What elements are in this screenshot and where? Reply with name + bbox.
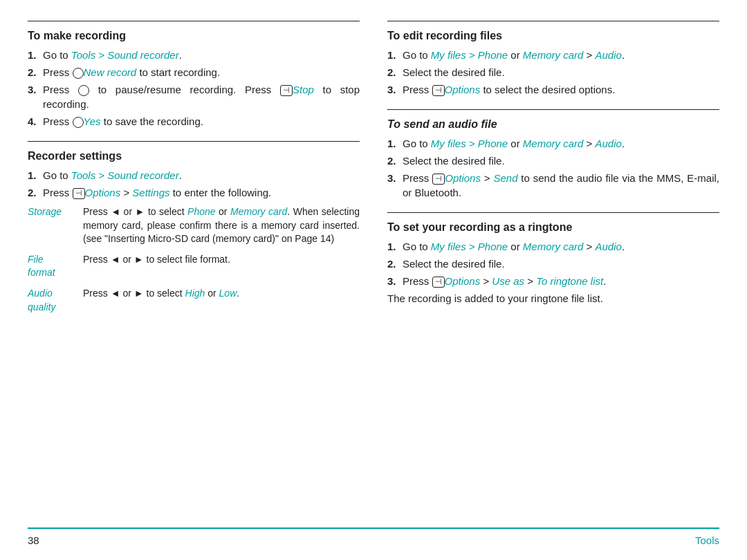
step-content: Go to Tools > Sound recorder. [43, 48, 360, 62]
section-send-audio: To send an audio file 1. Go to My files … [387, 109, 719, 212]
section-title-ringtone: To set your recording as a ringtone [387, 221, 719, 234]
circle-key-icon [73, 68, 84, 79]
link-send: Send [493, 172, 517, 184]
link-phone: Phone [187, 206, 215, 217]
link-stop: Stop [293, 84, 314, 95]
step-content: Go to My files > Phone or Memory card > … [403, 239, 719, 254]
right-column: To edit recording files 1. Go to My file… [387, 21, 719, 525]
link-settings: Settings [132, 187, 169, 198]
steps-ringtone: 1. Go to My files > Phone or Memory card… [387, 239, 719, 288]
step-num: 1. [387, 239, 400, 254]
step-content: Select the desired file. [403, 65, 719, 80]
link-tools-sound2: Tools > Sound recorder [71, 169, 179, 181]
link-audio3: Audio [596, 241, 622, 252]
link-options4: Options [445, 275, 481, 287]
link-use-as: Use as [492, 275, 524, 287]
step-4: 4. Press Yes to save the recording. [28, 114, 360, 129]
step-num: 2. [387, 153, 400, 168]
link-memory-card: Memory card [230, 206, 287, 217]
circle-key-icon [78, 85, 89, 96]
step-num: 3. [387, 171, 400, 200]
step-2: 2. Select the desired file. [387, 256, 719, 271]
step-content: Press ⊣Options > Settings to enter the f… [43, 185, 360, 200]
step-3: 3. Press ⊣Options > Use as > To ringtone… [387, 274, 719, 288]
step-1: 1. Go to My files > Phone or Memory card… [387, 239, 719, 254]
settings-row-audio-quality: Audioquality Press ◄ or ► to select High… [28, 287, 360, 314]
step-1: 1. Go to Tools > Sound recorder. [28, 168, 360, 183]
link-audio: Audio [596, 49, 622, 61]
settings-label-audio-quality: Audioquality [28, 287, 75, 314]
link-yes: Yes [84, 115, 101, 127]
steps-make-recording: 1. Go to Tools > Sound recorder. 2. Pres… [28, 48, 360, 129]
settings-label-file-format: Fileformat [28, 253, 75, 280]
section-title-make-recording: To make recording [28, 30, 360, 42]
settings-desc-storage: Press ◄ or ► to select Phone or Memory c… [83, 205, 360, 246]
step-content: Select the desired file. [403, 256, 719, 271]
softkey-icon: ⊣ [73, 188, 85, 199]
softkey-icon: ⊣ [432, 85, 445, 96]
settings-label-storage: Storage [28, 205, 75, 246]
link-memory-card-send: Memory card [523, 138, 584, 149]
link-myfiles-phone2: My files > Phone [431, 138, 508, 149]
step-content: Press ⊣Options to select the desired opt… [403, 82, 719, 97]
step-content: Go to Tools > Sound recorder. [43, 168, 360, 183]
step-num: 2. [387, 65, 400, 80]
content-area: To make recording 1. Go to Tools > Sound… [28, 21, 719, 525]
step-content: Press New record to start recording. [43, 65, 360, 80]
ringtone-footer-note: The recording is added to your ringtone … [387, 292, 719, 304]
step-num: 2. [28, 65, 40, 80]
section-ringtone: To set your recording as a ringtone 1. G… [387, 212, 719, 314]
step-content: Go to My files > Phone or Memory card > … [403, 136, 719, 151]
link-ringtone-list: To ringtone list [536, 275, 603, 287]
step-3: 3. Press ⊣Options > Send to send the aud… [387, 171, 719, 200]
softkey-icon: ⊣ [432, 174, 445, 185]
step-num: 2. [28, 185, 40, 200]
steps-recorder-settings: 1. Go to Tools > Sound recorder. 2. Pres… [28, 168, 360, 200]
step-content: Go to My files > Phone or Memory card > … [403, 48, 719, 62]
link-memory-card-edit: Memory card [523, 49, 584, 61]
settings-desc-audio-quality: Press ◄ or ► to select High or Low. [83, 287, 360, 314]
link-new-record: New record [84, 66, 137, 78]
step-2: 2. Press ⊣Options > Settings to enter th… [28, 185, 360, 200]
link-options3: Options [445, 172, 481, 184]
settings-row-storage: Storage Press ◄ or ► to select Phone or … [28, 205, 360, 246]
step-2: 2. Select the desired file. [387, 65, 719, 80]
step-content: Press ⊣Options > Send to send the audio … [403, 171, 719, 200]
step-content: Press Yes to save the recording. [43, 114, 360, 129]
link-options2: Options [445, 84, 481, 95]
step-1: 1. Go to My files > Phone or Memory card… [387, 48, 719, 62]
page: To make recording 1. Go to Tools > Sound… [0, 0, 747, 560]
settings-row-file-format: Fileformat Press ◄ or ► to select file f… [28, 253, 360, 280]
step-num: 1. [28, 168, 40, 183]
settings-table: Storage Press ◄ or ► to select Phone or … [28, 205, 360, 314]
section-title-recorder-settings: Recorder settings [28, 150, 360, 162]
left-column: To make recording 1. Go to Tools > Sound… [28, 21, 360, 525]
link-tools-sound: Tools > Sound recorder [71, 49, 179, 61]
footer-section-label: Tools [695, 534, 719, 546]
step-num: 1. [28, 48, 40, 62]
step-3: 3. Press to pause/resume recording. Pres… [28, 82, 360, 111]
section-make-recording: To make recording 1. Go to Tools > Sound… [28, 21, 360, 141]
step-num: 1. [387, 48, 400, 62]
step-content: Press ⊣Options > Use as > To ringtone li… [403, 274, 719, 288]
footer: 38 Tools [28, 528, 719, 546]
link-options: Options [85, 187, 121, 198]
link-myfiles-phone3: My files > Phone [431, 241, 508, 252]
step-num: 3. [28, 82, 40, 111]
step-3: 3. Press ⊣Options to select the desired … [387, 82, 719, 97]
section-title-send-audio: To send an audio file [387, 118, 719, 131]
link-high: High [185, 288, 205, 299]
step-num: 3. [387, 82, 400, 97]
steps-edit-recording: 1. Go to My files > Phone or Memory card… [387, 48, 719, 97]
circle-key-icon [73, 117, 84, 128]
step-1: 1. Go to My files > Phone or Memory card… [387, 136, 719, 151]
step-content: Press to pause/resume recording. Press ⊣… [43, 82, 360, 111]
step-num: 1. [387, 136, 400, 151]
step-2: 2. Select the desired file. [387, 153, 719, 168]
softkey-icon: ⊣ [432, 277, 445, 288]
section-edit-recording: To edit recording files 1. Go to My file… [387, 21, 719, 109]
step-num: 2. [387, 256, 400, 271]
section-title-edit-recording: To edit recording files [387, 30, 719, 42]
section-recorder-settings: Recorder settings 1. Go to Tools > Sound… [28, 141, 360, 330]
step-num: 4. [28, 114, 40, 129]
